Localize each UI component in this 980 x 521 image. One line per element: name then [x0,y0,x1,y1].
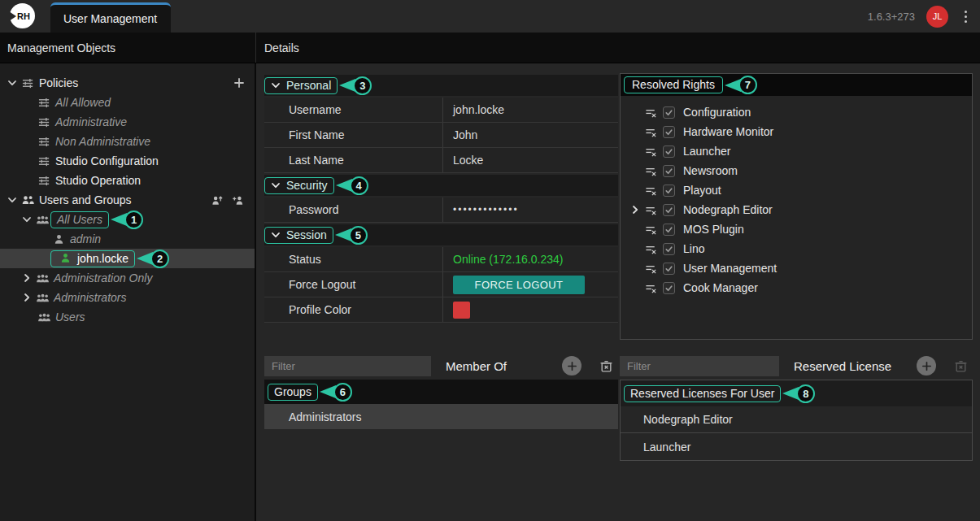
sidebar-item-administration-only[interactable]: Administration Only [0,268,255,288]
right-checkbox[interactable] [663,263,675,275]
resolved-right-item[interactable]: Lino [621,239,972,258]
add-group-icon[interactable] [211,194,224,206]
chevron-right-icon[interactable] [630,205,642,215]
reserved-license-filter-input[interactable] [620,356,779,376]
sidebar-item-label: All Allowed [55,96,111,109]
section-session[interactable]: Session 5 [264,224,618,245]
username-field[interactable]: john.locke [443,98,618,122]
add-policy-icon[interactable] [233,77,245,89]
right-checkbox[interactable] [663,106,675,119]
reserved-license-panel: Reserved License Reserved Licenses For U… [620,355,973,461]
callout-number: 3 [353,76,372,95]
chevron-down-icon[interactable] [5,78,20,88]
sidebar-item-label: Users and Groups [39,193,132,206]
sidebar-item-studio-configuration[interactable]: Studio Configuration [0,151,255,171]
reserved-license-row-nodegraph-editor[interactable]: Nodegraph Editor [621,406,972,433]
resolved-right-item[interactable]: MOS Plugin [621,219,972,239]
right-icon [642,185,660,197]
right-icon [642,282,660,294]
callout-8: 8 [782,384,815,403]
chevron-right-icon[interactable] [20,293,34,302]
reserved-licenses-header-label: Reserved Licenses For User [630,387,774,400]
sidebar-item-administrators[interactable]: Administrators [0,288,255,307]
callout-number: 1 [124,211,143,229]
resolved-right-item[interactable]: Configuration [621,102,972,122]
section-personal[interactable]: Personal 3 [264,75,618,96]
resolved-right-item[interactable]: Nodegraph Editor [621,200,972,219]
status-value: Online (172.16.0.234) [443,247,618,271]
resolved-right-item[interactable]: Cook Manager [621,278,972,297]
last-name-field[interactable]: Locke [443,148,618,172]
resolved-right-item[interactable]: User Management [621,258,972,278]
resolved-right-item[interactable]: Hardware Monitor [621,122,972,141]
right-checkbox[interactable] [663,282,675,294]
kebab-menu-icon[interactable] [960,7,972,26]
group-icon [34,273,50,284]
chevron-down-icon[interactable] [271,230,281,240]
section-security[interactable]: Security 4 [264,175,618,196]
sidebar-item-users[interactable]: Users [0,307,255,327]
sidebar-item-admin[interactable]: admin [0,229,255,249]
form-row-profile-color: Profile Color [264,297,618,323]
field-label: Password [264,198,443,222]
chevron-down-icon[interactable] [5,195,20,205]
group-name: Administrators [289,410,361,423]
right-icon [642,224,660,236]
chevron-right-icon[interactable] [20,273,34,283]
group-icon [34,293,50,303]
sidebar-item-users-and-groups[interactable]: Users and Groups [0,190,255,210]
sidebar-item-all-allowed[interactable]: All Allowed [0,93,255,112]
callout-6: 6 [320,383,352,402]
resolved-right-item[interactable]: Launcher [621,141,972,161]
reserved-license-row-launcher[interactable]: Launcher [621,433,972,460]
callout-number: 8 [796,384,815,403]
sidebar-item-label: Non Administrative [55,135,150,148]
callout-number: 2 [150,250,169,268]
sidebar-item-john-locke[interactable]: john.locke 2 [0,249,255,268]
member-of-title: Member Of [446,359,507,373]
sidebar-item-label: Users [55,310,85,323]
chevron-down-icon[interactable] [271,180,281,190]
add-user-icon[interactable] [232,194,245,206]
details-panel: Personal 3 Username john.locke First Nam… [256,63,980,521]
section-title: Personal [286,79,331,92]
right-checkbox[interactable] [663,126,675,138]
callout-number: 7 [738,76,757,94]
password-field[interactable]: ••••••••••••• [443,198,618,222]
top-bar: RH User Management 1.6.3+273 JL [0,0,980,33]
right-checkbox[interactable] [663,224,675,236]
sidebar-item-studio-operation[interactable]: Studio Operation [0,171,255,190]
sidebar-item-all-users[interactable]: All Users 1 [0,210,255,229]
member-of-row-administrators[interactable]: Administrators [264,404,618,429]
resolved-right-item[interactable]: Newsroom [621,161,972,180]
right-checkbox[interactable] [663,243,675,255]
right-checkbox[interactable] [663,185,675,197]
remove-reserved-license-button[interactable] [954,359,968,373]
version-label: 1.6.3+273 [868,11,915,23]
right-checkbox[interactable] [663,145,675,158]
sidebar-item-policies[interactable]: Policies [0,73,255,93]
add-member-button[interactable] [562,356,581,376]
chevron-down-icon[interactable] [271,80,281,90]
tab-user-management[interactable]: User Management [50,2,171,33]
form-row-username: Username john.locke [264,98,618,123]
avatar-initials: JL [933,11,943,21]
resolved-right-item[interactable]: Playout [621,180,972,200]
first-name-field[interactable]: John [443,123,618,147]
right-checkbox[interactable] [663,165,675,177]
remove-member-button[interactable] [599,359,613,373]
sidebar-item-non-administrative[interactable]: Non Administrative [0,132,255,151]
license-name: Launcher [643,441,690,454]
management-objects-tree: Policies All Allowed Administrative Non … [0,63,256,521]
user-avatar[interactable]: JL [926,6,948,28]
logo-text: RH [17,11,30,21]
member-of-filter-input[interactable] [264,356,431,376]
resolved-rights-title: Resolved Rights [632,78,715,91]
right-checkbox[interactable] [663,204,675,216]
chevron-down-icon[interactable] [20,215,34,224]
add-reserved-license-button[interactable] [917,356,936,376]
sidebar-item-administrative[interactable]: Administrative [0,112,255,132]
force-logout-button[interactable]: FORCE LOGOUT [453,276,585,294]
topbar-right: 1.6.3+273 JL [868,0,980,33]
profile-color-swatch[interactable] [453,302,470,319]
